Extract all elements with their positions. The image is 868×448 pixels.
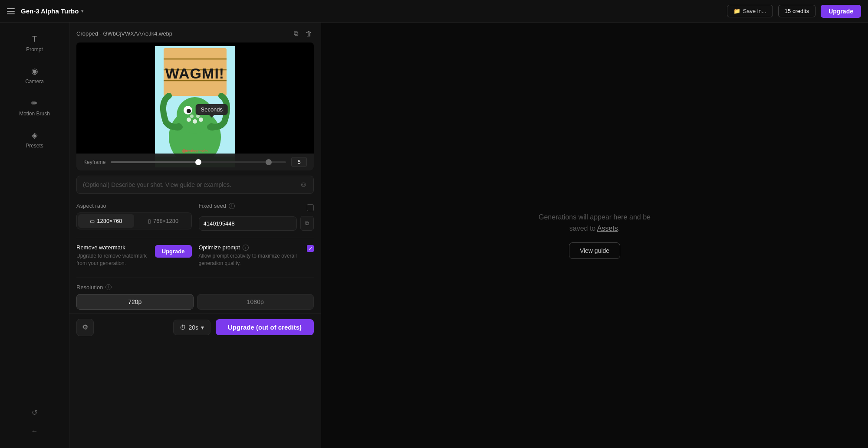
svg-point-13 [193,119,197,124]
portrait-button[interactable]: ▯ 768×1280 [135,213,191,229]
folder-icon: 📁 [733,8,740,14]
app-title[interactable]: Gen-3 Alpha Turbo ▾ [21,7,83,15]
assets-link[interactable]: Assets [597,225,618,232]
wagmi-image: WAGMI! [155,46,235,167]
watermark-title: Remove watermark [76,244,148,251]
portrait-icon: ▯ [148,218,151,224]
emoji-button[interactable]: ☺ [300,180,307,189]
image-area: WAGMI! [76,43,314,170]
optimize-desc: Allow prompt creativity to maximize over… [199,252,304,267]
settings-section: Aspect ratio ▭ 1280×768 ▯ 768×1280 [69,199,321,313]
menu-icon[interactable] [7,7,16,16]
optimize-info-icon[interactable]: i [243,245,249,251]
bottom-bar: ⚙ ⏱ 20s ▾ Upgrade (out of credits) [69,313,321,341]
resolution-label: Resolution i [76,284,314,291]
main-panel: Cropped - GWbCjVWXAAAeJk4.webp ⧉ 🗑 [69,23,321,448]
resolution-toggle: 720p 1080p [76,294,314,310]
landscape-button[interactable]: ▭ 1280×768 [78,214,134,228]
refresh-button[interactable]: ↺ [3,404,66,421]
keyframe-value[interactable] [291,157,307,167]
aspect-ratio-label: Aspect ratio [76,203,192,209]
svg-point-17 [172,124,183,131]
resolution-info-icon[interactable]: i [105,284,112,290]
fixed-seed-col: Fixed seed i ⧉ [199,203,314,231]
optimize-col: Optimize prompt i Allow prompt creativit… [199,244,314,267]
prompt-input[interactable] [83,181,296,188]
svg-point-18 [207,124,217,131]
keyframe-slider[interactable] [111,161,286,163]
prompt-area: ☺ [76,176,314,194]
resolution-1080p-button[interactable]: 1080p [197,294,314,310]
svg-text:WAGMI!: WAGMI! [165,65,224,82]
watermark-col: Remove watermark Upgrade to remove water… [76,244,192,267]
topnav: Gen-3 Alpha Turbo ▾ 📁 Save in... 15 cred… [0,0,868,23]
optimize-title: Optimize prompt i [199,244,304,251]
sidebar-item-motion-brush[interactable]: ✏ Motion Brush [3,92,66,123]
brush-icon: ✏ [31,98,38,108]
fixed-seed-checkbox[interactable] [307,204,314,211]
chevron-down-icon: ▾ [81,9,83,13]
svg-point-12 [187,118,191,122]
resolution-720p-button[interactable]: 720p [76,294,194,310]
image-filename: Cropped - GWbCjVWXAAAeJk4.webp [76,30,172,37]
svg-point-11 [201,109,205,113]
camera-icon: ◉ [31,66,38,76]
copy-seed-button[interactable]: ⧉ [300,216,314,231]
duplicate-button[interactable]: ⧉ [292,28,300,39]
svg-point-15 [190,114,194,118]
image-canvas: WAGMI! [76,43,314,170]
svg-point-16 [196,114,200,118]
presets-icon: ◈ [32,131,38,140]
duration-button[interactable]: ⏱ 20s ▾ [173,320,210,335]
chevron-down-icon: ▾ [201,324,204,331]
credits-button[interactable]: 15 credits [778,5,815,17]
watermark-upgrade-button[interactable]: Upgrade [155,245,192,258]
text-icon: T [32,35,37,44]
upgrade-top-button[interactable]: Upgrade [821,5,861,18]
view-guide-button[interactable]: View guide [569,242,620,259]
aspect-ratio-toggle: ▭ 1280×768 ▯ 768×1280 [76,213,192,229]
collapse-button[interactable]: ← [3,423,66,439]
image-header: Cropped - GWbCjVWXAAAeJk4.webp ⧉ 🗑 [69,23,321,43]
generate-upgrade-button[interactable]: Upgrade (out of credits) [216,319,314,335]
right-panel: Generations will appear here and besaved… [321,23,868,448]
fixed-seed-info-icon[interactable]: i [229,203,235,209]
keyframe-bar: Keyframe [76,154,314,170]
sidebar-item-prompt[interactable]: T Prompt [3,29,66,59]
save-button[interactable]: 📁 Save in... [727,5,773,17]
aspect-ratio-col: Aspect ratio ▭ 1280×768 ▯ 768×1280 [76,203,192,229]
seed-input[interactable] [199,216,297,231]
delete-button[interactable]: 🗑 [304,28,314,39]
fixed-seed-label: Fixed seed i [199,203,235,209]
sidebar-item-presets[interactable]: ◈ Presets [3,124,66,155]
clock-icon: ⏱ [180,324,186,331]
svg-point-10 [187,109,191,113]
landscape-icon: ▭ [90,218,95,224]
empty-state-text: Generations will appear here and besaved… [539,212,651,234]
settings-icon-button[interactable]: ⚙ [76,319,94,336]
svg-text:@testingtestks: @testingtestks [182,149,208,153]
optimize-checkbox[interactable] [307,245,314,252]
watermark-desc: Upgrade to remove watermark from your ge… [76,252,148,267]
sidebar: T Prompt ◉ Camera ✏ Motion Brush ◈ Prese… [0,23,69,448]
svg-point-14 [199,118,203,122]
keyframe-label: Keyframe [83,159,105,165]
sidebar-item-camera[interactable]: ◉ Camera [3,60,66,91]
